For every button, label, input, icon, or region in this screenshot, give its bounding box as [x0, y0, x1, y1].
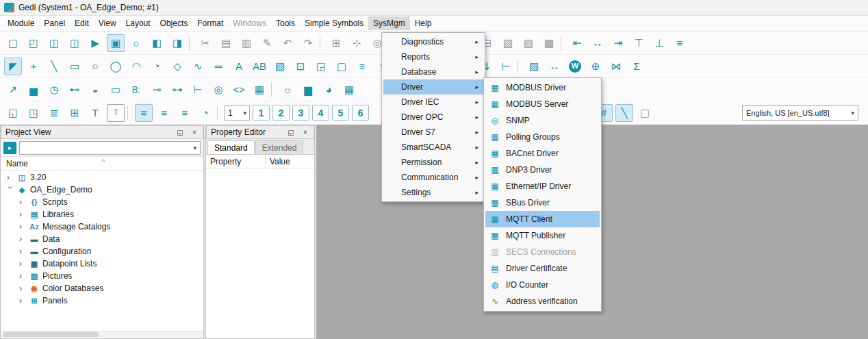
layer-button[interactable]: 5	[332, 105, 349, 121]
draw-polygon-button[interactable]: ◇	[168, 58, 186, 75]
submenu-item-address-verification[interactable]: ∿ Address verification	[485, 293, 600, 310]
layer-manager-button[interactable]: ◱	[4, 104, 22, 122]
layer-button[interactable]: 2	[272, 105, 290, 121]
draw-ellipse-button[interactable]: ◯	[107, 58, 125, 75]
submenu-item-ethernet-ip-driver[interactable]: ▦ Ethernet/IP Driver	[485, 178, 600, 194]
effects-button[interactable]: ☼	[279, 81, 296, 99]
horizontal-scrollbar[interactable]	[1, 331, 203, 338]
tree-item-message-catalogs[interactable]: › Az Message Catalogs	[1, 221, 203, 233]
menubar-item-sysmgm[interactable]: SysMgm	[368, 16, 410, 30]
text-align-right-button[interactable]: ≡	[176, 104, 194, 122]
schedule-widget-button[interactable]: ▦	[251, 81, 268, 99]
menubar-item-format[interactable]: Format	[192, 16, 228, 30]
tab-standard[interactable]: Standard	[207, 140, 255, 154]
menubar-item-module[interactable]: Module	[3, 16, 39, 30]
menu-item-settings[interactable]: Settings ▸	[383, 185, 483, 200]
menu-item-driver-s7[interactable]: Driver S7 ▸	[383, 125, 483, 140]
tree-item-libraries[interactable]: › ▤ Libraries	[1, 208, 203, 221]
draw-arc-button[interactable]: ◠	[127, 58, 145, 75]
save-all-button[interactable]: ◫	[66, 34, 84, 52]
layer-button[interactable]: 6	[352, 105, 369, 121]
menu-item-communication[interactable]: Communication ▸	[383, 170, 483, 185]
expander-icon[interactable]: ›	[19, 210, 26, 219]
menu-item-driver[interactable]: Driver ▸	[383, 79, 483, 95]
distribute-button[interactable]: ≡	[671, 34, 689, 52]
meter-widget-button[interactable]: ▭	[107, 81, 125, 99]
expander-icon[interactable]: ›	[5, 186, 15, 193]
tree-item-pictures[interactable]: › ▨ Pictures	[1, 270, 203, 282]
embedded-panel-button[interactable]: ⊡	[292, 58, 309, 75]
vision-module-button[interactable]: ▣	[107, 34, 125, 52]
bar-trend-widget-button[interactable]: ▅	[25, 81, 42, 99]
trend-widget-button[interactable]: ↗	[4, 81, 22, 99]
save-panel-button[interactable]: ◫	[45, 34, 63, 52]
cut-button[interactable]: ✂	[196, 34, 214, 52]
layout-tile-button[interactable]: ▨	[520, 34, 537, 52]
menubar-item-tools[interactable]: Tools	[271, 16, 300, 30]
line-style-button[interactable]: ╲	[615, 104, 633, 122]
input-connector-button[interactable]: ⊸	[148, 81, 166, 99]
zoom-navigator-button[interactable]: ◎	[209, 81, 227, 99]
expander-icon[interactable]: ›	[19, 271, 26, 281]
menubar-item-layout[interactable]: Layout	[121, 16, 155, 30]
connect-tool-button[interactable]: ↔	[546, 58, 563, 75]
menubar-item-help[interactable]: Help	[410, 16, 437, 30]
expander-icon[interactable]: ›	[19, 222, 26, 231]
layer-button[interactable]: 4	[312, 105, 329, 121]
snap-grid-button[interactable]: ⊹	[348, 34, 366, 52]
property-editor-header[interactable]: Property Editor ◱ ×	[206, 125, 314, 139]
ws-client-button[interactable]: W	[566, 58, 584, 75]
expander-icon[interactable]: ›	[19, 259, 26, 268]
clock-widget-button[interactable]: ◷	[45, 81, 63, 99]
submenu-item-polling-groups[interactable]: ▦ Polling Groups	[485, 129, 600, 145]
draw-line-button[interactable]: ╲	[45, 58, 63, 75]
paste-button[interactable]: ▥	[238, 34, 255, 52]
menu-item-permission[interactable]: Permission ▸	[383, 155, 483, 170]
menubar-item-panel[interactable]: Panel	[39, 16, 70, 30]
text-align-center-button[interactable]: ≡	[155, 104, 173, 122]
expander-icon[interactable]: ›	[19, 197, 26, 207]
draw-polyline-button[interactable]: ∿	[189, 58, 207, 75]
new-panel-button[interactable]: ▢	[4, 34, 22, 52]
tree-column-header[interactable]: Name ^	[1, 157, 203, 171]
float-panel-button[interactable]: ◱	[175, 127, 186, 137]
expander-icon[interactable]: ›	[7, 173, 14, 182]
menubar-item-view[interactable]: View	[94, 16, 121, 30]
redo-button[interactable]: ↷	[299, 34, 317, 52]
calendar-widget-button[interactable]: ▦	[340, 81, 358, 99]
grid-toggle-button[interactable]: ⊞	[327, 34, 345, 52]
tab-extended[interactable]: Extended	[255, 140, 304, 154]
layout-merge-button[interactable]: ▩	[540, 34, 558, 52]
menubar-item-windows[interactable]: Windows	[228, 16, 271, 30]
layer-button[interactable]: 3	[292, 105, 309, 121]
project-view-header[interactable]: Project View ◱ ×	[1, 125, 203, 139]
push-button-tool[interactable]: AB	[251, 58, 268, 75]
tree-item-version[interactable]: › ◫ 3.20	[1, 171, 203, 184]
text-align-left-button[interactable]: ≡	[135, 104, 153, 122]
tree-widget-button[interactable]: ⊢	[497, 58, 515, 75]
text-field-button[interactable]: ◲	[312, 58, 330, 75]
language-select[interactable]: English, US [en_US.utf8] ▾	[742, 105, 858, 121]
copy-button[interactable]: ▤	[217, 34, 235, 52]
list-widget-button[interactable]: ≡	[353, 58, 371, 75]
settings-gear-button[interactable]: ☼	[127, 34, 145, 52]
edit-nodes-button[interactable]: +	[25, 58, 42, 75]
draw-pie-button[interactable]: ◔	[148, 58, 166, 75]
chart-widget-button[interactable]: ▆	[299, 81, 317, 99]
expander-icon[interactable]: ›	[19, 296, 26, 305]
layer-list-button[interactable]: ≣	[45, 104, 63, 122]
submenu-item-bacnet-driver[interactable]: ▦ BACnet Driver	[485, 145, 600, 162]
submenu-item-snmp[interactable]: ◎ SNMP	[485, 112, 600, 129]
expander-icon[interactable]: ›	[19, 247, 26, 256]
submenu-item-io-counter[interactable]: ◍ I/O Counter	[485, 277, 600, 293]
menubar-item-simple-symbols[interactable]: Simple Symbols	[300, 16, 368, 30]
menubar-item-edit[interactable]: Edit	[70, 16, 94, 30]
float-panel-button[interactable]: ◱	[285, 127, 296, 137]
tree-item-project[interactable]: › ◈ OA_Edge_Demo	[1, 184, 203, 196]
close-panel-button[interactable]: ×	[300, 127, 311, 137]
menu-item-reports[interactable]: Reports ▸	[383, 49, 483, 64]
tree-item-color-databases[interactable]: › ◉ Color Databases	[1, 282, 203, 294]
switch-widget-button[interactable]: ⊷	[66, 81, 84, 99]
panel-topology-button[interactable]: ◧	[148, 34, 166, 52]
gauge-widget-button[interactable]: ◒	[86, 81, 104, 99]
